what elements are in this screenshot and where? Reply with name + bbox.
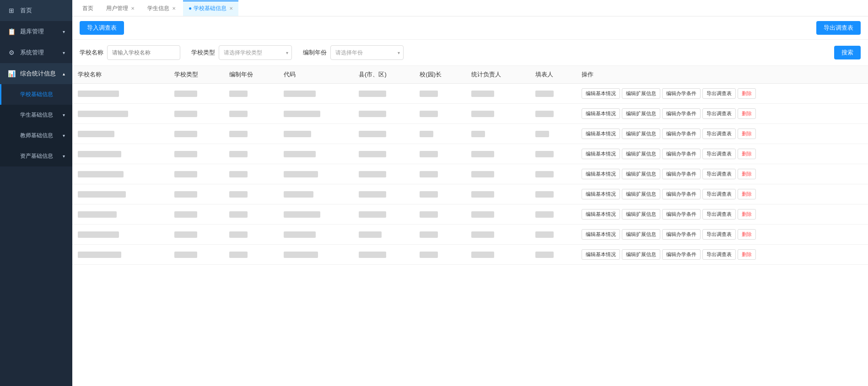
year-field: 编制年份 请选择年份 ▾	[303, 45, 404, 60]
edit-button-3[interactable]: 导出调查表	[702, 169, 736, 179]
edit-button-0[interactable]: 编辑基本情况	[582, 229, 620, 240]
edit-button-1[interactable]: 编辑扩展信息	[622, 108, 660, 119]
edit-button-2[interactable]: 编辑办学条件	[662, 108, 701, 119]
cell-actions: 编辑基本情况编辑扩展信息编辑办学条件导出调查表删除	[576, 84, 868, 104]
delete-button[interactable]: 删除	[738, 169, 756, 179]
delete-button[interactable]: 删除	[738, 229, 756, 240]
edit-button-1[interactable]: 编辑扩展信息	[622, 129, 660, 139]
edit-button-3[interactable]: 导出调查表	[702, 189, 736, 199]
export-button[interactable]: 导出调查表	[816, 21, 861, 35]
cell-col-0: ███████████	[72, 225, 169, 245]
edit-button-2[interactable]: 编辑办学条件	[662, 249, 701, 260]
edit-button-2[interactable]: 编辑办学条件	[662, 229, 701, 240]
edit-button-1[interactable]: 编辑扩展信息	[622, 189, 660, 199]
chevron-down-icon: ▾	[63, 113, 65, 118]
edit-button-2[interactable]: 编辑办学条件	[662, 129, 701, 139]
edit-button-2[interactable]: 编辑办学条件	[662, 149, 701, 159]
tab-close-icon[interactable]: ✕	[229, 6, 233, 11]
edit-button-0[interactable]: 编辑基本情况	[582, 249, 620, 260]
sidebar-item-system[interactable]: ⚙ 系统管理 ▾	[0, 42, 72, 63]
cell-col-1: ██████	[169, 164, 224, 184]
table-row: ████████████████████████████████████████…	[72, 164, 868, 184]
table-row: ████████████████████████████████████████…	[72, 225, 868, 245]
cell-col-0: █████████████	[72, 184, 169, 204]
sidebar-item-teacher-basic[interactable]: 教师基础信息 ▾	[0, 125, 72, 146]
edit-button-0[interactable]: 编辑基本情况	[582, 209, 620, 220]
cell-col-0: ████████████	[72, 164, 169, 184]
tab-user-mgmt[interactable]: 用户管理 ✕	[101, 0, 140, 16]
tab-home[interactable]: 首页	[77, 0, 99, 16]
delete-button[interactable]: 删除	[738, 88, 756, 99]
edit-button-3[interactable]: 导出调查表	[702, 229, 736, 240]
sidebar-item-student-basic[interactable]: 学生基础信息 ▾	[0, 105, 72, 125]
edit-button-2[interactable]: 编辑办学条件	[662, 209, 701, 220]
edit-button-2[interactable]: 编辑办学条件	[662, 169, 701, 179]
delete-button[interactable]: 删除	[738, 108, 756, 119]
sidebar-item-school-basic[interactable]: 学校基础信息	[0, 84, 72, 105]
cell-col-2: █████	[224, 144, 279, 164]
cell-col-7: █████	[530, 184, 576, 204]
tabs-bar: 首页 用户管理 ✕ 学生信息 ✕ ● 学校基础信息 ✕	[72, 0, 868, 16]
edit-button-3[interactable]: 导出调查表	[702, 249, 736, 260]
edit-button-1[interactable]: 编辑扩展信息	[622, 229, 660, 240]
cell-col-7: ███	[530, 124, 576, 144]
cell-col-4: ███████	[353, 124, 414, 144]
cell-col-1: ██████	[169, 245, 224, 265]
cell-col-3: █████████	[278, 245, 353, 265]
school-type-select[interactable]: 请选择学校类型	[219, 45, 292, 60]
edit-button-2[interactable]: 编辑办学条件	[662, 88, 701, 99]
table-row: ████████████████████████████████████████…	[72, 124, 868, 144]
chevron-down-icon: ▾	[63, 29, 65, 34]
edit-button-0[interactable]: 编辑基本情况	[582, 129, 620, 139]
school-name-input[interactable]	[107, 45, 180, 60]
delete-button[interactable]: 删除	[738, 149, 756, 159]
edit-button-0[interactable]: 编辑基本情况	[582, 169, 620, 179]
cell-col-6: ██████	[466, 245, 530, 265]
edit-button-1[interactable]: 编辑扩展信息	[622, 249, 660, 260]
tab-close-icon[interactable]: ✕	[131, 6, 135, 11]
sidebar-subitem-label: 学校基础信息	[20, 91, 53, 98]
cell-col-0: ███████████	[72, 245, 169, 265]
edit-button-0[interactable]: 编辑基本情况	[582, 88, 620, 99]
chevron-down-icon: ▾	[63, 50, 65, 55]
edit-button-3[interactable]: 导出调查表	[702, 149, 736, 159]
cell-col-4: ███████	[353, 184, 414, 204]
edit-button-1[interactable]: 编辑扩展信息	[622, 88, 660, 99]
sidebar-item-home[interactable]: ⊞ 首页	[0, 0, 72, 21]
cell-actions: 编辑基本情况编辑扩展信息编辑办学条件导出调查表删除	[576, 124, 868, 144]
question-bank-icon: 📋	[7, 27, 16, 36]
sidebar-item-stats[interactable]: 📊 综合统计信息 ▴	[0, 63, 72, 84]
col-stat-person: 统计负责人	[466, 66, 530, 84]
import-button[interactable]: 导入调查表	[80, 21, 124, 35]
tab-label: 用户管理	[106, 5, 128, 12]
delete-button[interactable]: 删除	[738, 249, 756, 260]
delete-button[interactable]: 删除	[738, 129, 756, 139]
search-button[interactable]: 搜索	[834, 46, 861, 59]
edit-button-1[interactable]: 编辑扩展信息	[622, 209, 660, 220]
col-school-name: 学校名称	[72, 66, 169, 84]
cell-col-1: ██████	[169, 124, 224, 144]
tab-school-basic[interactable]: ● 学校基础信息 ✕	[183, 0, 238, 16]
delete-button[interactable]: 删除	[738, 189, 756, 199]
edit-button-3[interactable]: 导出调查表	[702, 108, 736, 119]
edit-button-3[interactable]: 导出调查表	[702, 129, 736, 139]
edit-button-0[interactable]: 编辑基本情况	[582, 189, 620, 199]
edit-button-1[interactable]: 编辑扩展信息	[622, 169, 660, 179]
edit-button-0[interactable]: 编辑基本情况	[582, 108, 620, 119]
cell-col-1: ██████	[169, 184, 224, 204]
edit-button-1[interactable]: 编辑扩展信息	[622, 149, 660, 159]
delete-button[interactable]: 删除	[738, 209, 756, 220]
edit-button-3[interactable]: 导出调查表	[702, 209, 736, 220]
edit-button-2[interactable]: 编辑办学条件	[662, 189, 701, 199]
sidebar-item-question-bank[interactable]: 📋 题库管理 ▾	[0, 21, 72, 42]
tab-student-info[interactable]: 学生信息 ✕	[142, 0, 181, 16]
tab-close-icon[interactable]: ✕	[172, 6, 176, 11]
col-code: 代码	[278, 66, 353, 84]
cell-col-4: ███████	[353, 144, 414, 164]
sidebar-item-asset-basic[interactable]: 资产基础信息 ▾	[0, 146, 72, 166]
edit-button-3[interactable]: 导出调查表	[702, 88, 736, 99]
cell-col-6: ██████	[466, 144, 530, 164]
year-select[interactable]: 请选择年份	[330, 45, 404, 60]
edit-button-0[interactable]: 编辑基本情况	[582, 149, 620, 159]
cell-col-4: ███████	[353, 245, 414, 265]
